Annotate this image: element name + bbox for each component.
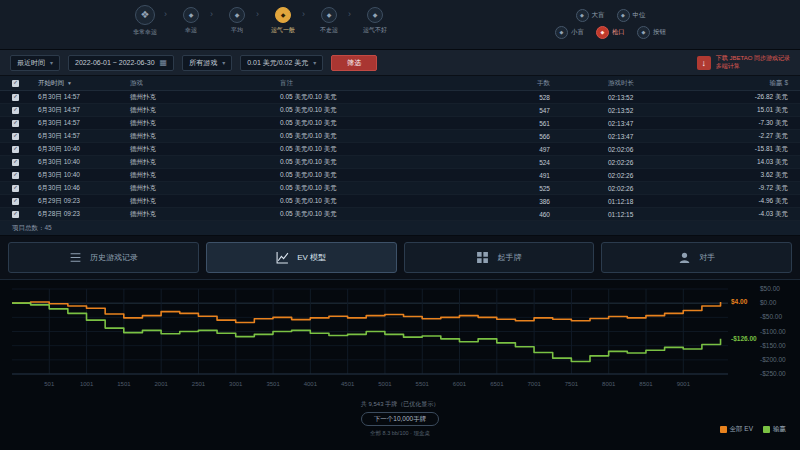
cell-stakes: 0.05 美元/0.10 美元 (280, 210, 480, 219)
tab[interactable]: EV 模型 (206, 242, 397, 273)
luck-step[interactable]: 幸运 (174, 7, 208, 35)
luck-step[interactable]: 非常幸运 (128, 7, 162, 37)
column-header-start-time[interactable]: 开始时间▼ (38, 79, 130, 88)
tab-label: 起手牌 (497, 252, 521, 263)
cell-game: 德州扑克 (130, 197, 280, 206)
cell-start-time: 6月30日 10:40 (38, 145, 130, 154)
position-filter-mp[interactable]: 中位 (617, 9, 646, 22)
cell-duration: 02:02:26 (550, 172, 715, 179)
chart-note: 全部 8.3 bb/100 · 现金桌 (0, 430, 800, 437)
position-filter-bb[interactable]: 大盲 (576, 9, 605, 22)
table-row[interactable]: 6月30日 10:40 德州扑克 0.05 美元/0.10 美元 497 02:… (0, 143, 800, 156)
next-hands-button[interactable]: 下一个10,000手牌 (361, 412, 439, 426)
cell-game: 德州扑克 (130, 119, 280, 128)
row-checkbox[interactable] (12, 133, 19, 140)
cell-start-time: 6月30日 14:57 (38, 106, 130, 115)
table-row[interactable]: 6月29日 09:23 德州扑克 0.05 美元/0.10 美元 386 01:… (0, 195, 800, 208)
grid-icon (476, 251, 489, 264)
cell-start-time: 6月30日 14:57 (38, 119, 130, 128)
winnings-legend-swatch (763, 426, 770, 433)
date-range-input[interactable]: 2022-06-01 ~ 2022-06-30 ▦ (68, 55, 174, 71)
luck-step-icon (135, 5, 155, 25)
tab-icon (476, 251, 489, 264)
filter-bar: 最近时间 ▾ 2022-06-01 ~ 2022-06-30 ▦ 所有游戏 ▾ … (0, 50, 800, 76)
svg-text:-$100.00: -$100.00 (760, 328, 786, 335)
tab[interactable]: 起手牌 (404, 242, 595, 273)
table-row[interactable]: 6月28日 09:23 德州扑克 0.05 美元/0.10 美元 460 01:… (0, 208, 800, 221)
cell-net: -7.30 美元 (715, 119, 788, 128)
game-select[interactable]: 所有游戏 ▾ (182, 55, 232, 71)
cell-stakes: 0.05 美元/0.10 美元 (280, 106, 480, 115)
position-btn-label: 按钮 (653, 28, 666, 37)
luck-step[interactable]: 运气一般 (266, 7, 300, 35)
table-row[interactable]: 6月30日 14:57 德州扑克 0.05 美元/0.10 美元 566 02:… (0, 130, 800, 143)
time-range-select[interactable]: 最近时间 ▾ (10, 55, 60, 71)
select-all-checkbox[interactable] (12, 80, 19, 87)
svg-text:-$250.00: -$250.00 (760, 370, 786, 377)
table-row[interactable]: 6月30日 14:57 德州扑克 0.05 美元/0.10 美元 547 02:… (0, 104, 800, 117)
svg-text:1001: 1001 (80, 381, 94, 387)
position-filter-sb[interactable]: 小盲 (555, 26, 584, 39)
cell-start-time: 6月28日 09:23 (38, 210, 130, 219)
row-checkbox[interactable] (12, 107, 19, 114)
sessions-table: 开始时间▼ 游戏 盲注 手数 游戏时长 输赢 $ 6月30日 14:57 德州扑… (0, 76, 800, 236)
table-row[interactable]: 6月30日 14:57 德州扑克 0.05 美元/0.10 美元 528 02:… (0, 91, 800, 104)
line-chart-icon (276, 251, 289, 264)
tab-bar: 历史游戏记录 EV 模型 起手牌 (0, 236, 800, 279)
position-utg-icon (596, 26, 609, 39)
svg-text:3501: 3501 (266, 381, 280, 387)
svg-text:2001: 2001 (155, 381, 169, 387)
row-checkbox[interactable] (12, 185, 19, 192)
luck-step-label: 平均 (231, 26, 243, 35)
download-records-link[interactable]: ↓ 下载 JBETAO 同步游戏记录 多端计算 (697, 55, 790, 71)
row-checkbox[interactable] (12, 159, 19, 166)
tab-icon (69, 251, 82, 264)
position-mp-icon (617, 9, 630, 22)
svg-text:-$150.00: -$150.00 (760, 342, 786, 349)
luck-step-label: 运气不好 (363, 26, 387, 35)
luck-step-icon (275, 7, 291, 23)
cell-game: 德州扑克 (130, 158, 280, 167)
position-sb-icon (555, 26, 568, 39)
cell-duration: 01:12:18 (550, 198, 715, 205)
table-header-row: 开始时间▼ 游戏 盲注 手数 游戏时长 输赢 $ (0, 76, 800, 91)
tab-icon (276, 251, 289, 264)
position-filter-btn[interactable]: 按钮 (637, 26, 666, 39)
svg-text:$4.00: $4.00 (731, 298, 748, 306)
position-filter-utg[interactable]: 枪口 (596, 26, 625, 39)
row-checkbox[interactable] (12, 94, 19, 101)
luck-step-label: 非常幸运 (133, 28, 157, 37)
user-icon (678, 251, 691, 264)
search-button[interactable]: 筛选 (331, 55, 377, 71)
tab-label: 历史游戏记录 (90, 252, 138, 263)
stakes-select[interactable]: 0.01 美元/0.02 美元 ▾ (240, 55, 323, 71)
svg-text:4501: 4501 (341, 381, 355, 387)
date-range-value: 2022-06-01 ~ 2022-06-30 (75, 59, 155, 66)
table-row[interactable]: 6月30日 10:46 德州扑克 0.05 美元/0.10 美元 525 02:… (0, 182, 800, 195)
cell-duration: 02:02:26 (550, 159, 715, 166)
row-checkbox[interactable] (12, 211, 19, 218)
row-checkbox[interactable] (12, 172, 19, 179)
luck-step[interactable]: 运气不好 (358, 7, 392, 35)
cell-game: 德州扑克 (130, 106, 280, 115)
table-row[interactable]: 6月30日 10:40 德州扑克 0.05 美元/0.10 美元 524 02:… (0, 156, 800, 169)
winnings-legend-label: 输赢 (773, 425, 786, 434)
position-bb-label: 大盲 (592, 11, 605, 20)
row-checkbox[interactable] (12, 198, 19, 205)
luck-step-label: 幸运 (185, 26, 197, 35)
cell-start-time: 6月30日 14:57 (38, 93, 130, 102)
tab[interactable]: 历史游戏记录 (8, 242, 199, 273)
svg-text:5501: 5501 (416, 381, 430, 387)
luck-step-icon (183, 7, 199, 23)
cell-duration: 02:13:47 (550, 133, 715, 140)
row-checkbox[interactable] (12, 120, 19, 127)
table-row[interactable]: 6月30日 10:40 德州扑克 0.05 美元/0.10 美元 491 02:… (0, 169, 800, 182)
column-header-hands: 手数 (480, 79, 550, 88)
table-row[interactable]: 6月30日 14:57 德州扑克 0.05 美元/0.10 美元 561 02:… (0, 117, 800, 130)
chevron-down-icon: ▾ (222, 59, 225, 66)
svg-text:$0.00: $0.00 (760, 299, 777, 306)
tab[interactable]: 对手 (601, 242, 792, 273)
luck-step[interactable]: 平均 (220, 7, 254, 35)
row-checkbox[interactable] (12, 146, 19, 153)
luck-step[interactable]: 不走运 (312, 7, 346, 35)
